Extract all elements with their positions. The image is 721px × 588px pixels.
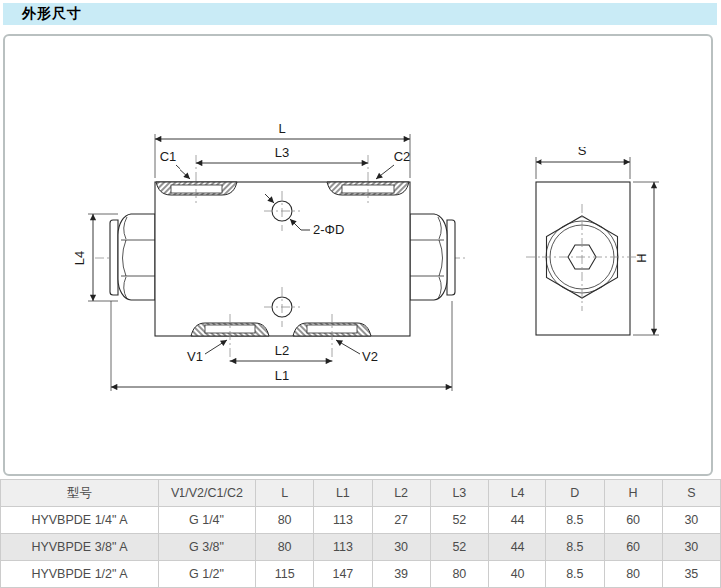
right-washer [447,220,455,295]
label-phi-d: 2-ΦD [313,222,344,237]
cell-h: 60 [604,507,662,534]
col-header-h: H [604,480,662,507]
col-header-l3: L3 [430,480,488,507]
dim-label-l3: L3 [275,146,289,160]
cell-d: 8.5 [546,534,604,561]
cell-l1: 113 [314,507,372,534]
col-header-ports: V1/V2/C1/C2 [159,480,256,507]
cell-h: 60 [604,534,662,561]
cell-s: 30 [662,507,720,534]
col-header-d: D [546,480,604,507]
cell-l4: 44 [489,534,546,561]
cell-d: 8.5 [546,507,604,534]
cell-ports: G 3/8" [159,534,256,561]
cell-l4: 40 [489,561,546,588]
side-view: S H [526,144,659,335]
dimensions-table: 型号 V1/V2/C1/C2 L L1 L2 L3 L4 D H S HYVBP… [0,479,721,588]
cell-l1: 113 [314,534,372,561]
cell-l2: 30 [372,534,430,561]
col-header-l: L [256,480,314,507]
dim-label-l1: L1 [275,368,289,383]
cell-s: 35 [662,561,720,588]
dim-label-h: H [634,253,649,262]
cell-l3: 80 [430,561,488,588]
cell-l2: 27 [372,507,430,534]
cell-ports: G 1/4" [159,507,256,534]
cell-l: 80 [256,534,314,561]
cell-l3: 52 [430,534,488,561]
cell-l2: 39 [372,561,430,588]
col-header-model: 型号 [1,480,159,507]
table-row: HYVBPDE 3/8" A G 3/8" 80 113 30 52 44 8.… [1,534,721,561]
dim-label-l2: L2 [275,343,289,358]
col-header-l4: L4 [489,480,546,507]
cell-d: 8.5 [546,561,604,588]
table-row: HYVBPDE 1/2" A G 1/2" 115 147 39 80 40 8… [1,561,721,588]
col-header-l1: L1 [314,480,372,507]
col-header-l2: L2 [372,480,430,507]
label-v1: V1 [187,349,203,364]
col-header-s: S [662,480,720,507]
cell-ports: G 1/2" [159,561,256,588]
cell-l3: 52 [430,507,488,534]
cell-l1: 147 [314,561,372,588]
cell-model: HYVBPDE 1/4" A [1,507,159,534]
left-washer [110,220,118,295]
cell-s: 30 [662,534,720,561]
front-view: L L3 C1 C2 L4 2-ΦD V1 V2 L2 L1 [72,121,467,391]
dim-label-l: L [278,121,285,136]
cell-h: 80 [604,561,662,588]
cell-l: 115 [256,561,314,588]
cell-l4: 44 [489,507,546,534]
dim-label-s: S [578,144,587,158]
technical-drawing: L L3 C1 C2 L4 2-ΦD V1 V2 L2 L1 [0,0,721,476]
label-c2: C2 [394,149,411,164]
cell-l: 80 [256,507,314,534]
label-v2: V2 [362,349,378,364]
table-row: HYVBPDE 1/4" A G 1/4" 80 113 27 52 44 8.… [1,507,721,534]
dim-label-l4: L4 [72,251,87,265]
table-header-row: 型号 V1/V2/C1/C2 L L1 L2 L3 L4 D H S [1,480,721,507]
label-c1: C1 [160,149,177,164]
cell-model: HYVBPDE 3/8" A [1,534,159,561]
cell-model: HYVBPDE 1/2" A [1,561,159,588]
